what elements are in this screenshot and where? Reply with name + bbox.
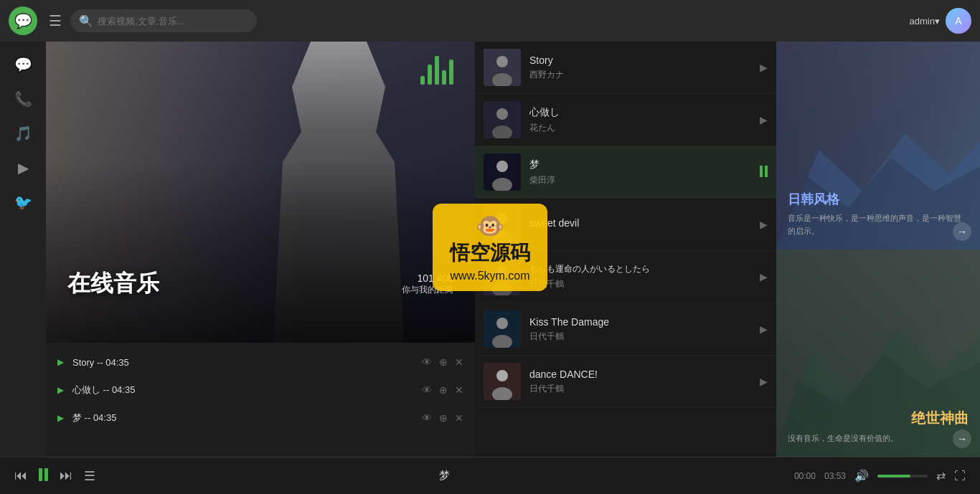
playlist-item-title: sweet devil: [529, 217, 751, 229]
fullscreen-btn[interactable]: ⛶: [954, 470, 966, 483]
eye-icon[interactable]: 👁: [422, 412, 432, 424]
sidebar-item-music[interactable]: 🎵: [7, 118, 39, 149]
add-icon[interactable]: ⊕: [439, 412, 448, 424]
player-right: 00:00 03:53 🔊 ⇄ ⛶: [794, 469, 966, 483]
playlist-item[interactable]: dance DANCE! 日代千鶴 ▶: [475, 356, 776, 408]
promo-arrow-btn-2[interactable]: →: [953, 429, 971, 448]
playlist-thumb: [484, 258, 521, 295]
playlist-play-btn[interactable]: ▶: [760, 271, 768, 282]
time-total: 03:53: [824, 471, 846, 481]
center-song-item[interactable]: ▶ 梦 -- 04:35 👁 ⊕ ✕: [46, 404, 475, 432]
svg-point-1: [496, 56, 508, 67]
user-area: admin▾ A: [910, 8, 971, 34]
username-label[interactable]: admin▾: [910, 16, 940, 27]
center-song-item[interactable]: ▶ 心做し -- 04:35 👁 ⊕ ✕: [46, 376, 475, 404]
playlist-item-title: 心做し: [529, 106, 751, 119]
topbar: 💬 ☰ 🔍 admin▾ A: [0, 0, 980, 42]
next-btn[interactable]: ⏭: [60, 468, 72, 483]
prev-btn[interactable]: ⏮: [14, 468, 27, 483]
playlist-item-artist: 日代千鶴: [529, 331, 751, 343]
equalizer-bars: [420, 56, 453, 85]
volume-fill: [877, 475, 910, 478]
album-info: 101.400 你与我的距离: [402, 272, 453, 296]
sidebar-item-call[interactable]: 📞: [7, 83, 39, 115]
playlist-item-artist: 日代千鶴: [529, 278, 751, 290]
promo-title-1: 日韩风格: [788, 191, 969, 208]
song-actions: 👁 ⊕ ✕: [422, 384, 463, 396]
time-current: 00:00: [794, 471, 816, 481]
playlist-item[interactable]: もしも運命の人がいるとしたら 日代千鶴 ▶: [475, 251, 776, 303]
sidebar-item-video[interactable]: ▶: [7, 152, 39, 184]
playlist-thumb: [484, 101, 521, 138]
left-sidebar: 💬 📞 🎵 ▶ 🐦: [0, 42, 46, 457]
shuffle-btn[interactable]: ⇄: [936, 469, 946, 483]
playlist-item[interactable]: 心做し 花たん ▶: [475, 94, 776, 146]
svg-point-4: [496, 108, 508, 120]
playlist-btn[interactable]: ☰: [84, 468, 95, 484]
playlist-play-btn[interactable]: ▶: [760, 219, 768, 230]
eye-icon[interactable]: 👁: [422, 384, 432, 396]
play-icon[interactable]: ▶: [57, 385, 64, 395]
song-title: Story -- 04:35: [72, 357, 129, 368]
playlist-item-title: 梦: [529, 158, 751, 171]
volume-icon[interactable]: 🔊: [854, 469, 869, 483]
playlist-item-playing[interactable]: 梦 柴田淳: [475, 146, 776, 199]
playlist-play-btn[interactable]: ▶: [760, 62, 768, 73]
chat-icon[interactable]: 💬: [9, 6, 37, 35]
song-actions: 👁 ⊕ ✕: [422, 356, 463, 368]
playlist-item-artist: 西野カナ: [529, 69, 751, 81]
play-icon[interactable]: ▶: [57, 357, 64, 367]
playlist-pause-btn[interactable]: [760, 166, 768, 179]
playlist-thumb: [484, 49, 521, 86]
menu-icon[interactable]: ☰: [49, 12, 62, 29]
playlist-item[interactable]: sweet devil ▶: [475, 199, 776, 251]
add-icon[interactable]: ⊕: [439, 356, 448, 368]
playlist-item-info: 梦 柴田淳: [529, 158, 751, 186]
search-icon: 🔍: [79, 14, 93, 28]
playlist-item-info: Kiss The Damage 日代千鶴: [529, 316, 751, 343]
close-icon[interactable]: ✕: [455, 384, 463, 396]
playlist-thumb: [484, 310, 521, 348]
promo-arrow-btn-1[interactable]: →: [953, 222, 971, 241]
center-song-list: ▶ Story -- 04:35 👁 ⊕ ✕ ▶ 心做し -- 04:35 👁 …: [46, 343, 475, 457]
playlist-item[interactable]: Story 西野カナ ▶: [475, 42, 776, 94]
player-bar: ⏮ ⏭ ☰ 梦 00:00 03:53 🔊 ⇄ ⛶: [0, 457, 980, 494]
sidebar-item-chat[interactable]: 💬: [7, 49, 39, 80]
svg-point-7: [496, 161, 508, 172]
svg-point-16: [496, 318, 508, 329]
close-icon[interactable]: ✕: [455, 356, 463, 368]
playlist-panel: Story 西野カナ ▶ 心做し 花たん ▶: [475, 42, 776, 457]
search-input[interactable]: [98, 16, 248, 27]
playlist-item-title: dance DANCE!: [529, 369, 751, 380]
playlist-play-btn[interactable]: ▶: [760, 323, 768, 335]
playlist-item[interactable]: Kiss The Damage 日代千鶴 ▶: [475, 303, 776, 356]
playlist-item-info: sweet devil: [529, 217, 751, 232]
promo-card-best[interactable]: 绝世神曲 没有音乐，生命是没有价值的。 →: [776, 250, 980, 457]
playlist-item-info: dance DANCE! 日代千鶴: [529, 369, 751, 395]
current-song-title: 梦: [107, 469, 783, 483]
sidebar-item-twitter[interactable]: 🐦: [7, 186, 39, 218]
playlist-item-title: もしも運命の人がいるとしたら: [529, 263, 751, 275]
search-box: 🔍: [70, 9, 257, 32]
song-actions: 👁 ⊕ ✕: [422, 412, 463, 424]
promo-desc-2: 没有音乐，生命是没有价值的。: [788, 432, 969, 445]
playlist-item-title: Kiss The Damage: [529, 316, 751, 328]
promo-desc-1: 音乐是一种快乐，是一种思维的声音，是一种智慧的启示。: [788, 212, 969, 237]
playlist-item-info: 心做し 花たん: [529, 106, 751, 134]
center-panel: 在线音乐 101.400 你与我的距离 ▶ Story -- 04:35 👁 ⊕…: [46, 42, 475, 457]
song-info: 梦 -- 04:35: [72, 411, 413, 424]
playlist-item-artist: 花たん: [529, 122, 751, 134]
close-icon[interactable]: ✕: [455, 412, 463, 424]
play-icon[interactable]: ▶: [57, 413, 64, 423]
volume-bar[interactable]: [877, 475, 928, 478]
main-layout: 💬 📞 🎵 ▶ 🐦 在线音乐 101.400: [0, 42, 980, 457]
pause-btn[interactable]: [39, 467, 48, 485]
eye-icon[interactable]: 👁: [422, 356, 432, 368]
center-song-item[interactable]: ▶ Story -- 04:35 👁 ⊕ ✕: [46, 348, 475, 376]
promo-card-jpkr[interactable]: 日韩风格 音乐是一种快乐，是一种思维的声音，是一种智慧的启示。 →: [776, 42, 980, 250]
playlist-play-btn[interactable]: ▶: [760, 376, 768, 387]
playlist-item-artist: 柴田淳: [529, 174, 751, 186]
promo-title-2: 绝世神曲: [788, 409, 969, 428]
playlist-play-btn[interactable]: ▶: [760, 114, 768, 125]
add-icon[interactable]: ⊕: [439, 384, 448, 396]
